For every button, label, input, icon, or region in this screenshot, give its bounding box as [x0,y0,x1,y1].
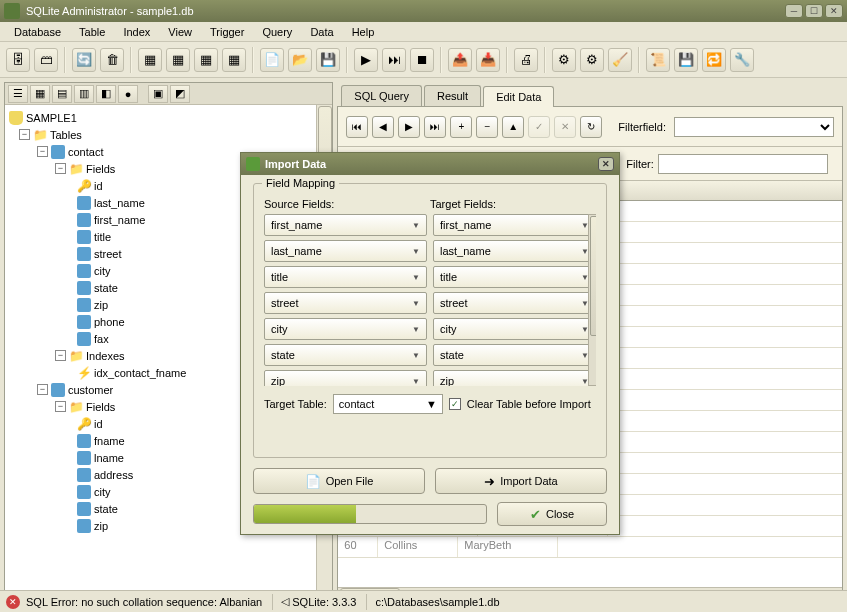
toolbar-save-query-icon[interactable]: 💾 [316,48,340,72]
tab-result[interactable]: Result [424,85,481,106]
tree-fields-label[interactable]: Fields [86,401,115,413]
tree-field[interactable]: first_name [94,214,145,226]
tree-field[interactable]: city [94,265,111,277]
target-table-select[interactable]: contact▼ [333,394,443,414]
collapse-icon[interactable]: − [37,384,48,395]
tree-field[interactable]: zip [94,520,108,532]
source-field-select[interactable]: first_name▼ [264,214,427,236]
target-field-select[interactable]: street▼ [433,292,596,314]
toolbar-tool-icon[interactable]: 🔧 [730,48,754,72]
nav-prev-button[interactable]: ◀ [372,116,394,138]
toolbar-add-table-icon[interactable]: ▦ [138,48,162,72]
toolbar-pref-icon1[interactable]: ⚙ [552,48,576,72]
dialog-title-bar[interactable]: Import Data ✕ [241,153,619,175]
clear-table-checkbox[interactable]: ✓ [449,398,461,410]
close-button[interactable]: ✔Close [497,502,607,526]
toolbar-new-query-icon[interactable]: 📄 [260,48,284,72]
schema-tab-5[interactable]: ◧ [96,85,116,103]
filter-input[interactable] [658,154,828,174]
open-file-button[interactable]: 📄Open File [253,468,425,494]
toolbar-open-query-icon[interactable]: 📂 [288,48,312,72]
target-field-select[interactable]: title▼ [433,266,596,288]
schema-tab-7[interactable]: ▣ [148,85,168,103]
menu-query[interactable]: Query [254,24,300,40]
nav-next-button[interactable]: ▶ [398,116,420,138]
source-field-select[interactable]: street▼ [264,292,427,314]
tree-tables[interactable]: Tables [50,129,82,141]
filterfield-select[interactable] [674,117,834,137]
source-field-select[interactable]: city▼ [264,318,427,340]
toolbar-vacuum-icon[interactable]: 🧹 [608,48,632,72]
collapse-icon[interactable]: − [55,350,66,361]
toolbar-run-icon[interactable]: ▶ [354,48,378,72]
toolbar-open-db-icon[interactable]: 🗃 [34,48,58,72]
maximize-button[interactable]: ☐ [805,4,823,18]
close-window-button[interactable]: ✕ [825,4,843,18]
collapse-icon[interactable]: − [55,401,66,412]
tree-field[interactable]: phone [94,316,125,328]
menu-index[interactable]: Index [115,24,158,40]
source-field-select[interactable]: last_name▼ [264,240,427,262]
toolbar-pref-icon2[interactable]: ⚙ [580,48,604,72]
toolbar-delete-db-icon[interactable]: 🗑 [100,48,124,72]
menu-help[interactable]: Help [344,24,383,40]
tree-field[interactable]: zip [94,299,108,311]
nav-first-button[interactable]: ⏮ [346,116,368,138]
schema-tab-2[interactable]: ▦ [30,85,50,103]
menu-trigger[interactable]: Trigger [202,24,252,40]
schema-tab-1[interactable]: ☰ [8,85,28,103]
nav-refresh-button[interactable]: ↻ [580,116,602,138]
tree-field[interactable]: fname [94,435,125,447]
nav-post-button[interactable]: ✓ [528,116,550,138]
tree-field[interactable]: street [94,248,122,260]
nav-add-button[interactable]: + [450,116,472,138]
tree-table-customer[interactable]: customer [68,384,113,396]
tab-sql-query[interactable]: SQL Query [341,85,422,106]
target-field-select[interactable]: last_name▼ [433,240,596,262]
toolbar-stop-icon[interactable]: ⏹ [410,48,434,72]
minimize-button[interactable]: ─ [785,4,803,18]
grid-cell[interactable]: MaryBeth [458,537,558,557]
collapse-icon[interactable]: − [37,146,48,157]
menu-table[interactable]: Table [71,24,113,40]
grid-cell[interactable]: Collins [378,537,458,557]
tree-table-contact[interactable]: contact [68,146,103,158]
toolbar-save-icon[interactable]: 💾 [674,48,698,72]
toolbar-refresh-icon[interactable]: 🔄 [72,48,96,72]
tree-field[interactable]: fax [94,333,109,345]
toolbar-table-link-icon[interactable]: ▦ [222,48,246,72]
toolbar-drop-table-icon[interactable]: ▦ [194,48,218,72]
mapping-scrollbar[interactable] [588,214,596,386]
source-field-select[interactable]: zip▼ [264,370,427,386]
tree-field[interactable]: last_name [94,197,145,209]
target-field-select[interactable]: state▼ [433,344,596,366]
tab-edit-data[interactable]: Edit Data [483,86,554,107]
menu-data[interactable]: Data [302,24,341,40]
toolbar-print-icon[interactable]: 🖨 [514,48,538,72]
menu-view[interactable]: View [160,24,200,40]
schema-tab-4[interactable]: ▥ [74,85,94,103]
tree-db[interactable]: SAMPLE1 [26,112,77,124]
toolbar-export-icon[interactable]: 📤 [448,48,472,72]
tree-field[interactable]: state [94,503,118,515]
source-field-select[interactable]: title▼ [264,266,427,288]
schema-tab-6[interactable]: ● [118,85,138,103]
import-data-button[interactable]: ➜Import Data [435,468,607,494]
menu-database[interactable]: Database [6,24,69,40]
tree-fields-label[interactable]: Fields [86,163,115,175]
source-field-select[interactable]: state▼ [264,344,427,366]
tree-field[interactable]: address [94,469,133,481]
toolbar-new-db-icon[interactable]: 🗄 [6,48,30,72]
tree-field[interactable]: lname [94,452,124,464]
toolbar-edit-table-icon[interactable]: ▦ [166,48,190,72]
toolbar-run-step-icon[interactable]: ⏭ [382,48,406,72]
tree-field[interactable]: city [94,486,111,498]
nav-cancel-button[interactable]: ✕ [554,116,576,138]
tree-index[interactable]: idx_contact_fname [94,367,186,379]
collapse-icon[interactable]: − [19,129,30,140]
tree-indexes-label[interactable]: Indexes [86,350,125,362]
schema-tab-8[interactable]: ◩ [170,85,190,103]
nav-last-button[interactable]: ⏭ [424,116,446,138]
target-field-select[interactable]: city▼ [433,318,596,340]
tree-field[interactable]: id [94,180,103,192]
